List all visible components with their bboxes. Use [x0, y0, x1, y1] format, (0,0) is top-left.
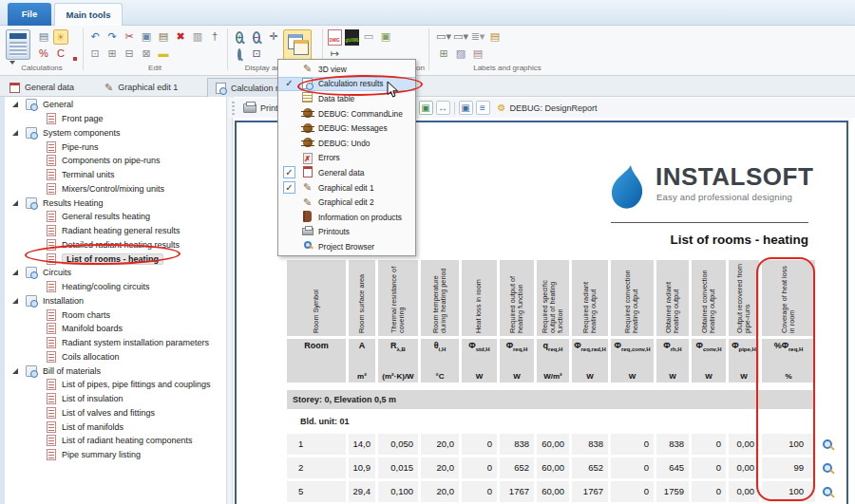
sidebar-item-system-components[interactable]: System components [5, 126, 226, 140]
stamp-icon[interactable]: ⊟ [122, 47, 137, 62]
sidebar-item-label: System components [43, 128, 121, 138]
frame-icon[interactable]: ▣ [378, 29, 393, 45]
copy-icon[interactable]: ▣ [139, 29, 154, 45]
ruler-icon[interactable]: ▬ [156, 47, 171, 62]
pan-icon[interactable]: ✛ [266, 29, 281, 45]
fit-width-icon[interactable]: ↔ [436, 101, 450, 115]
menu-item-printouts[interactable]: Printouts [278, 225, 415, 240]
sidebar-item-list-of-radiant-heating-components[interactable]: List of radiant heating components [5, 434, 226, 448]
menu-item-debug-undo[interactable]: DEBUG: Undo [278, 136, 415, 151]
tree-expand-icon[interactable] [12, 270, 18, 275]
save-icon[interactable]: ▣ [459, 101, 473, 115]
doc-tab-general-data[interactable]: General data [2, 78, 95, 97]
sidebar-item-manifold-boards[interactable]: Manifold boards [5, 322, 226, 336]
row-detail-button[interactable] [818, 481, 837, 502]
tree-expand-icon[interactable] [12, 200, 18, 206]
delete-icon[interactable]: ✖ [173, 29, 188, 45]
sidebar-item-general-results-heating[interactable]: General results heating [5, 210, 226, 224]
sidebar-item-heating-cooling-circuits[interactable]: Heating/cooling circuits [5, 280, 226, 294]
menu-item-debug-commandline[interactable]: DEBUG: CommandLine [278, 106, 415, 121]
sidebar-item-radiant-system-installation-parameters[interactable]: Radiant system installation parameters [5, 336, 226, 350]
duplicate-icon[interactable]: ⊞ [104, 47, 120, 62]
tab-main-tools[interactable]: Main tools [54, 3, 123, 26]
undo-icon[interactable]: ↶ [87, 29, 103, 45]
table-cell: 20,0 [421, 434, 459, 455]
tree-expand-icon[interactable] [12, 298, 18, 304]
sidebar-item-components-on-pipe-runs[interactable]: Components on pipe-runs [5, 154, 226, 168]
outline-icon[interactable]: ≡ [476, 101, 490, 115]
select-icon[interactable]: ⊡ [87, 47, 103, 62]
menu-item-information-on-products[interactable]: Information on products [278, 210, 415, 225]
pencil-icon: ✎ [301, 63, 314, 75]
sidebar-item-list-of-manifolds[interactable]: List of manifolds [5, 420, 226, 434]
row-detail-button[interactable] [818, 434, 837, 455]
calculator-icon[interactable] [6, 29, 30, 60]
ribbon-group-label: Edit [84, 64, 226, 72]
sidebar-item-installation[interactable]: Installation [5, 294, 226, 308]
ruler2-icon[interactable]: ▭ [361, 29, 376, 45]
dwg-file-icon: DWG [328, 29, 342, 46]
sidebar-item-front-page[interactable]: Front page [5, 112, 226, 126]
pin-icon[interactable]: † [207, 29, 222, 45]
sidebar-item-list-of-insulation[interactable]: List of insulation [5, 392, 226, 406]
sidebar-item-circuits[interactable]: Circuits [5, 266, 226, 280]
sidebar-item-mixers-control-mixing-units[interactable]: Mixers/Control/mixing units [5, 182, 226, 196]
toolbar-grip[interactable] [232, 102, 235, 115]
cut-icon[interactable]: ✂ [122, 29, 137, 45]
doc-percent-icon[interactable]: % [36, 47, 51, 62]
menu-item-3d-view[interactable]: ✎3D view [278, 62, 415, 77]
paste-icon[interactable]: ▤ [156, 29, 171, 45]
menu-item-graphical-edit-1[interactable]: ✓✎Graphical edit 1 [278, 180, 415, 196]
fit-page-icon[interactable]: ▣ [419, 101, 433, 115]
menu-item-errors[interactable]: ✗Errors [278, 151, 415, 166]
doc-c-icon[interactable]: C [53, 47, 68, 62]
sidebar-item-pipe-summary-listing[interactable]: Pipe summary listing [5, 448, 226, 462]
tab-file[interactable]: File [8, 3, 51, 26]
chart-search-icon[interactable]: ▤ [36, 29, 51, 45]
menu-item-debug-messages[interactable]: DEBUG: Messages [278, 121, 415, 136]
menu-item-general-data[interactable]: ✓General data [278, 165, 415, 180]
table-icon[interactable]: ⊞ [436, 47, 451, 62]
dwg-file-icon[interactable]: DWG [327, 29, 342, 45]
image-icon[interactable]: ▨ [453, 47, 468, 62]
zoom-blue-icon[interactable] [232, 47, 247, 62]
sidebar-item-list-of-pipes-pipe-fittings-and-couplings[interactable]: List of pipes, pipe fittings and couplin… [5, 378, 226, 392]
tree-expand-icon[interactable] [12, 368, 18, 374]
sidebar-item-detailed-radiant-heating-results[interactable]: Detailed radiant heating results [5, 238, 226, 252]
book-icon[interactable]: ▥ [190, 29, 205, 45]
sidebar-item-list-of-rooms-heating[interactable]: List of rooms - heating [5, 252, 226, 266]
menu-item-graphical-edit-2[interactable]: ✎Graphical edit 2 [278, 195, 415, 210]
sun-icon[interactable]: ☀ [53, 29, 68, 45]
sidebar-item-room-charts[interactable]: Room charts [5, 308, 226, 322]
legend-icon[interactable]: ▤ [487, 29, 503, 45]
doc-tab-graphical-edit-1[interactable]: ✎Graphical edit 1 [97, 78, 205, 97]
sidebar-item-bill-of-materials[interactable]: Bill of materials [5, 364, 226, 378]
zoom-region-icon[interactable]: ⊡ [249, 47, 264, 62]
grid-plus-icon[interactable]: ⊠ [139, 47, 154, 62]
text-icon[interactable]: ▤ [470, 47, 485, 62]
panel-splitter[interactable] [226, 97, 233, 504]
debug-report-button[interactable]: ⚙ DEBUG: DesignReport [494, 101, 601, 115]
sidebar-item-general[interactable]: General [5, 98, 226, 112]
tree-expand-icon[interactable] [12, 130, 18, 136]
lines-icon[interactable]: ≣▾ [470, 29, 485, 45]
sidebar-item-results-heating[interactable]: Results Heating [5, 196, 226, 210]
tree-expand-icon[interactable] [12, 102, 18, 107]
print-button[interactable]: Print [239, 102, 282, 115]
column-header: Room surface area [349, 260, 375, 336]
report-page-icon [47, 421, 56, 433]
row-detail-button[interactable] [818, 457, 837, 478]
redo-icon[interactable]: ↷ [104, 29, 120, 45]
sidebar-item-radiant-heating-general-results[interactable]: Radiant heating general results [5, 224, 226, 238]
menu-item-project-browser[interactable]: Project Browser [278, 239, 415, 254]
sidebar-item-coils-allocation[interactable]: Coils allocation [5, 350, 226, 364]
label-tag-icon[interactable]: ▭▾ [436, 29, 451, 45]
sidebar-item-terminal-units[interactable]: Terminal units [5, 168, 226, 182]
label-tag2-icon[interactable]: ▭▾ [453, 29, 468, 45]
zoom-out-icon[interactable]: − [249, 29, 264, 45]
zoom-in-icon[interactable]: + [232, 29, 247, 45]
sidebar-item-pipe-runs[interactable]: Pipe-runs [5, 140, 226, 154]
column-header-text: Thermal resistance of covering [390, 260, 407, 336]
sidebar-item-list-of-valves-and-fittings[interactable]: List of valves and fittings [5, 406, 226, 420]
gbxml-file-icon[interactable]: gbXML [344, 29, 359, 45]
